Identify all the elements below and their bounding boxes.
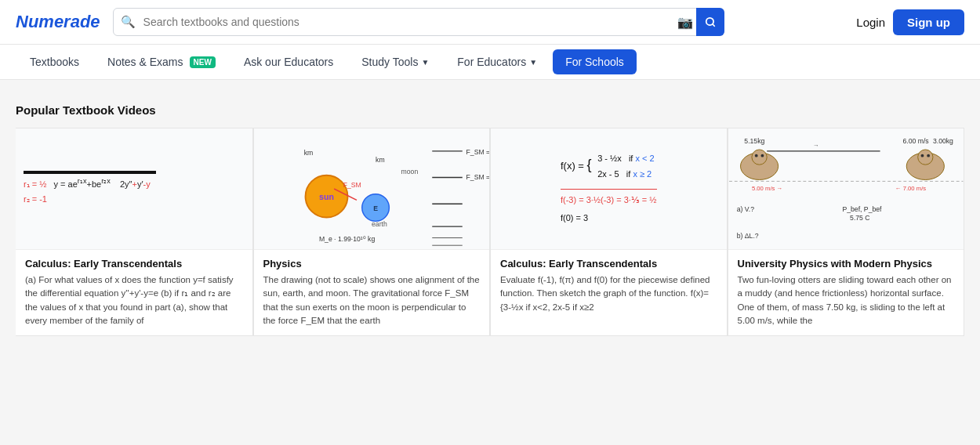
svg-point-32 <box>920 154 924 157</box>
math-display-3: f(x) = { 3 - ½x if x < 2 2x - 5 if x ≥ 2… <box>551 139 666 239</box>
svg-text:F_SM = (: F_SM = ( <box>466 148 489 156</box>
svg-point-27 <box>751 150 766 165</box>
card-desc-2: The drawing (not to scale) shows one ali… <box>263 273 481 327</box>
header: Numerade 🔍 📷 Login Sign up <box>0 0 980 45</box>
card-3[interactable]: f(x) = { 3 - ½x if x < 2 2x - 5 if x ≥ 2… <box>490 128 728 336</box>
svg-text:km: km <box>376 156 385 164</box>
svg-text:earth: earth <box>372 220 387 228</box>
nav-item-study-tools[interactable]: Study Tools ▼ <box>347 45 443 79</box>
card-book-title-3: Calculus: Early Transcendentals <box>500 258 717 270</box>
card-thumb-1: r₁ = ½ y = aer₁x+ber₂x 2y″+y′-y r₂ = -1 <box>16 128 252 250</box>
header-actions: Login Sign up <box>856 9 964 35</box>
card-info-4: University Physics with Modern Physics T… <box>728 250 964 335</box>
card-2[interactable]: sun E moon earth F_SM = ( F_SM = 6 <box>253 128 491 336</box>
card-1[interactable]: r₁ = ½ y = aer₁x+ber₂x 2y″+y′-y r₂ = -1 … <box>16 128 253 336</box>
svg-text:← 7.00 m/s: ← 7.00 m/s <box>895 185 925 192</box>
svg-point-29 <box>760 154 764 157</box>
nav-item-for-educators[interactable]: For Educators ▼ <box>443 45 551 79</box>
section-title: Popular Textbook Videos <box>16 103 964 117</box>
search-icon-left: 🔍 <box>121 15 136 29</box>
nav-item-for-schools[interactable]: For Schools <box>553 49 637 74</box>
cards-row: r₁ = ½ y = aer₁x+ber₂x 2y″+y′-y r₂ = -1 … <box>16 128 964 336</box>
card-book-title-4: University Physics with Modern Physics <box>738 258 955 270</box>
login-button[interactable]: Login <box>856 16 885 29</box>
svg-point-33 <box>927 154 930 157</box>
new-badge: NEW <box>190 56 216 68</box>
svg-text:5.00 m/s →: 5.00 m/s → <box>751 185 782 192</box>
card-info-1: Calculus: Early Transcendentals (a) For … <box>16 250 252 335</box>
svg-text:sun: sun <box>319 192 334 201</box>
svg-text:P_bef, P_bef: P_bef, P_bef <box>842 205 882 213</box>
svg-text:M_e · 1.99·10¹⁰ kg: M_e · 1.99·10¹⁰ kg <box>318 235 375 243</box>
chevron-down-icon: ▼ <box>421 58 429 67</box>
card-book-title-2: Physics <box>263 258 481 270</box>
svg-text:6.00 m/s: 6.00 m/s <box>902 137 929 145</box>
svg-text:F_SM: F_SM <box>343 181 361 189</box>
svg-text:5.15kg: 5.15kg <box>744 137 764 145</box>
search-input[interactable] <box>113 8 724 36</box>
svg-text:3.00kg: 3.00kg <box>932 137 953 145</box>
svg-text:b) ΔL.?: b) ΔL.? <box>736 232 758 240</box>
physics-svg: sun E moon earth F_SM = ( F_SM = 6 <box>254 128 490 249</box>
card-book-title-1: Calculus: Early Transcendentals <box>25 258 243 270</box>
navigation: Textbooks Notes & Exams NEW Ask our Educ… <box>0 45 980 80</box>
card-thumb-3: f(x) = { 3 - ½x if x < 2 2x - 5 if x ≥ 2… <box>491 128 727 250</box>
svg-text:→: → <box>812 142 818 149</box>
svg-text:E: E <box>373 204 378 212</box>
card-thumb-2: sun E moon earth F_SM = ( F_SM = 6 <box>254 128 490 250</box>
card-info-3: Calculus: Early Transcendentals Evaluate… <box>491 250 727 322</box>
card-thumb-4: 5.15kg 6.00 m/s 3.00kg → <box>728 128 964 250</box>
physics2-svg: 5.15kg 6.00 m/s 3.00kg → <box>728 128 964 249</box>
svg-text:moon: moon <box>401 168 418 175</box>
svg-point-31 <box>917 150 932 165</box>
card-4[interactable]: 5.15kg 6.00 m/s 3.00kg → <box>728 128 965 336</box>
svg-text:F_SM = 6: F_SM = 6 <box>466 173 489 181</box>
nav-item-textbooks[interactable]: Textbooks <box>16 45 93 79</box>
math-display-1: r₁ = ½ y = aer₁x+ber₂x 2y″+y′-y r₂ = -1 <box>16 163 252 214</box>
svg-text:5.75 C: 5.75 C <box>850 214 870 222</box>
chevron-down-icon-2: ▼ <box>529 58 537 67</box>
card-info-2: Physics The drawing (not to scale) shows… <box>254 250 490 335</box>
card-desc-1: (a) For what values of x does the functi… <box>25 273 243 327</box>
nav-item-notes[interactable]: Notes & Exams NEW <box>93 45 230 79</box>
svg-line-1 <box>712 24 714 27</box>
camera-icon[interactable]: 📷 <box>677 15 693 30</box>
signup-button[interactable]: Sign up <box>893 9 964 35</box>
search-wrapper: 🔍 📷 <box>113 8 724 36</box>
search-button[interactable] <box>696 8 724 36</box>
card-desc-4: Two fun-loving otters are sliding toward… <box>738 273 955 327</box>
svg-text:km: km <box>303 149 313 157</box>
svg-text:a) V.?: a) V.? <box>736 205 753 213</box>
main-content: Popular Textbook Videos r₁ = ½ y = aer₁x… <box>0 80 980 352</box>
nav-item-educators[interactable]: Ask our Educators <box>230 45 347 79</box>
svg-point-28 <box>754 154 757 157</box>
logo[interactable]: Numerade <box>16 12 100 32</box>
card-desc-3: Evaluate f(-1), f(π) and f(0) for the pi… <box>500 273 717 314</box>
